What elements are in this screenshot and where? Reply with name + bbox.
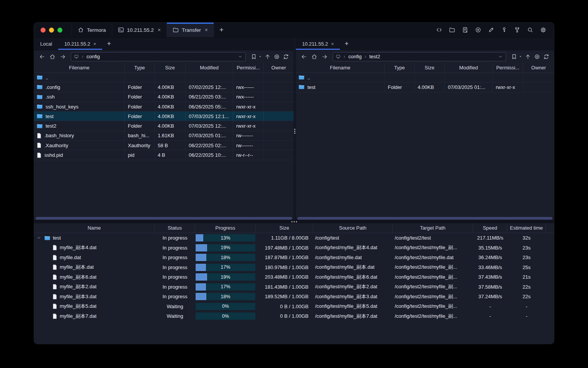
transfer-column-header-size[interactable]: Size: [256, 223, 313, 233]
file-row[interactable]: ..: [34, 73, 294, 82]
column-header-modified[interactable]: Modified: [445, 63, 493, 72]
close-tab-icon[interactable]: ×: [93, 41, 96, 47]
refresh-button[interactable]: [542, 53, 550, 61]
column-header-owner[interactable]: Owner: [264, 63, 294, 72]
bookmark-button[interactable]: [510, 53, 518, 61]
file-name: .Xauthority: [44, 143, 68, 148]
file-row[interactable]: test2 Folder 4.00KB 07/03/2025 12:... rw…: [34, 121, 294, 131]
home-button[interactable]: [310, 53, 318, 61]
forward-button[interactable]: [59, 53, 67, 61]
upload-button[interactable]: [264, 53, 271, 61]
file-row[interactable]: ssh_host_keys Folder 4.00KB 06/26/2025 0…: [34, 102, 294, 112]
add-panel-tab-button[interactable]: +: [340, 38, 353, 50]
branch-icon[interactable]: [514, 27, 520, 33]
column-header-filename[interactable]: Filename: [296, 63, 385, 72]
home-button[interactable]: [48, 53, 57, 61]
panel-tab-10-211-55-2[interactable]: 10.211.55.2×: [296, 38, 340, 50]
back-button[interactable]: [38, 53, 46, 61]
file-row[interactable]: .ssh Folder 4.00KB 06/21/2025 03:... rwx…: [34, 92, 294, 102]
column-header-filename[interactable]: Filename: [34, 63, 125, 72]
transfer-row[interactable]: test In progress 13% 1.11GB / 8.00GB /co…: [34, 233, 554, 243]
panel-toolbar: configtest2: [296, 50, 554, 63]
file-row[interactable]: sshd.pid pid 4 B 06/22/2025 10:... rw-r-…: [34, 150, 294, 160]
minimize-window-button[interactable]: [49, 28, 54, 33]
column-header-size[interactable]: Size: [155, 63, 186, 72]
transfer-row[interactable]: myfile_副本4.dat In progress 19% 197.48MB …: [34, 243, 554, 253]
file-row[interactable]: .config Folder 4.00KB 07/02/2025 12:... …: [34, 82, 294, 92]
forward-button[interactable]: [320, 53, 329, 61]
close-tab-icon[interactable]: ×: [205, 27, 208, 33]
transfer-column-header-estimated-time[interactable]: Estimated time: [507, 223, 546, 233]
new-app-tab-button[interactable]: +: [214, 23, 229, 37]
file-row[interactable]: test Folder 4.00KB 07/03/2025 12:1... rw…: [34, 112, 294, 121]
transfer-column-header-progress[interactable]: Progress: [195, 223, 256, 233]
expand-chevron-icon[interactable]: [36, 235, 42, 240]
add-panel-tab-button[interactable]: +: [102, 38, 116, 50]
path-dropdown-chevron-icon[interactable]: [238, 54, 243, 59]
show-hidden-files-button[interactable]: [533, 53, 541, 61]
column-header-owner[interactable]: Owner: [523, 63, 554, 72]
transfer-column-header-name[interactable]: Name: [34, 223, 155, 233]
back-button[interactable]: [300, 53, 308, 61]
transfer-row[interactable]: myfile_副本2.dat In progress 17% 181.43MB …: [34, 282, 554, 292]
upload-button[interactable]: [524, 53, 532, 61]
app-tab-10-211-55-2[interactable]: 10.211.55.2×: [112, 23, 167, 37]
scrollbar-thumb[interactable]: [36, 217, 292, 220]
panel-tab-10-211-55-2[interactable]: 10.211.55.2×: [58, 38, 102, 50]
horizontal-scrollbar[interactable]: [34, 216, 294, 220]
scrollbar-thumb[interactable]: [297, 217, 552, 220]
bookmark-button[interactable]: [250, 53, 258, 61]
record-icon[interactable]: [475, 27, 481, 33]
transfer-row[interactable]: myfile_副本6.dat In progress 19% 203.48MB …: [34, 272, 554, 282]
transfer-column-header-target-path[interactable]: Target Path: [393, 223, 473, 233]
column-header-permissi-[interactable]: Permissi...: [233, 63, 264, 72]
file-row[interactable]: test Folder 4.00KB 07/03/2025 01:... rwx…: [296, 82, 554, 92]
path-input[interactable]: configtest2: [333, 52, 506, 61]
file-row[interactable]: .bash_history bash_hi... 1.61KB 07/03/20…: [34, 131, 294, 141]
transfer-column-header-source-path[interactable]: Source Path: [313, 223, 393, 233]
bookmark-caret-icon[interactable]: [258, 54, 262, 59]
app-tab-termora[interactable]: Termora: [72, 23, 112, 37]
path-segment[interactable]: test2: [369, 54, 380, 59]
folder-outline-icon[interactable]: [449, 27, 455, 33]
zoom-window-button[interactable]: [57, 28, 62, 33]
show-hidden-files-button[interactable]: [273, 53, 281, 61]
transfer-column-header-status[interactable]: Status: [155, 223, 195, 233]
file-row[interactable]: .Xauthority Xauthority 58 B 06/22/2025 0…: [34, 141, 294, 150]
column-header-modified[interactable]: Modified: [186, 63, 233, 72]
path-input[interactable]: config: [71, 52, 246, 61]
refresh-button[interactable]: [282, 53, 290, 61]
horizontal-splitter[interactable]: [34, 220, 554, 223]
close-window-button[interactable]: [41, 28, 46, 33]
bookmark-caret-icon[interactable]: [518, 54, 523, 59]
transfer-row[interactable]: myfile_副本7.dat Waiting 0% 0 B / 1.00GB /…: [34, 311, 554, 321]
gear-icon[interactable]: [540, 27, 546, 33]
path-segment[interactable]: config: [348, 54, 362, 59]
path-segment[interactable]: config: [87, 54, 100, 59]
transfer-row[interactable]: myfile_副本5.dat Waiting 0% 0 B / 1.00GB /…: [34, 302, 554, 312]
close-tab-icon[interactable]: ×: [331, 41, 334, 47]
vertical-splitter[interactable]: [294, 38, 296, 220]
close-tab-icon[interactable]: ×: [158, 27, 161, 33]
column-header-type[interactable]: Type: [385, 63, 415, 72]
chevron-right-icon: [363, 54, 368, 59]
transfer-row[interactable]: myfile.dat In progress 18% 187.87MB / 1.…: [34, 253, 554, 263]
key-icon[interactable]: [501, 27, 507, 33]
transfer-progress: 18%: [195, 292, 256, 302]
search-icon[interactable]: [527, 27, 533, 33]
column-header-size[interactable]: Size: [415, 63, 445, 72]
column-header-type[interactable]: Type: [125, 63, 155, 72]
file-row[interactable]: ..: [296, 73, 554, 82]
path-dropdown-chevron-icon[interactable]: [498, 54, 503, 59]
column-header-permissi-[interactable]: Permissi...: [493, 63, 523, 72]
transfer-row[interactable]: myfile_副本3.dat In progress 18% 189.52MB …: [34, 292, 554, 302]
transfer-column-header-speed[interactable]: Speed: [473, 223, 507, 233]
code-icon[interactable]: [436, 27, 442, 33]
panel-tab-local[interactable]: Local: [34, 38, 58, 50]
file-permissions: rw-------: [233, 131, 264, 140]
transfer-row[interactable]: myfile_副本.dat In progress 17% 180.97MB /…: [34, 263, 554, 273]
horizontal-scrollbar[interactable]: [296, 216, 554, 220]
app-tab-transfer[interactable]: Transfer×: [167, 23, 214, 37]
log-icon[interactable]: [462, 27, 468, 33]
pencil-icon[interactable]: [488, 27, 494, 33]
